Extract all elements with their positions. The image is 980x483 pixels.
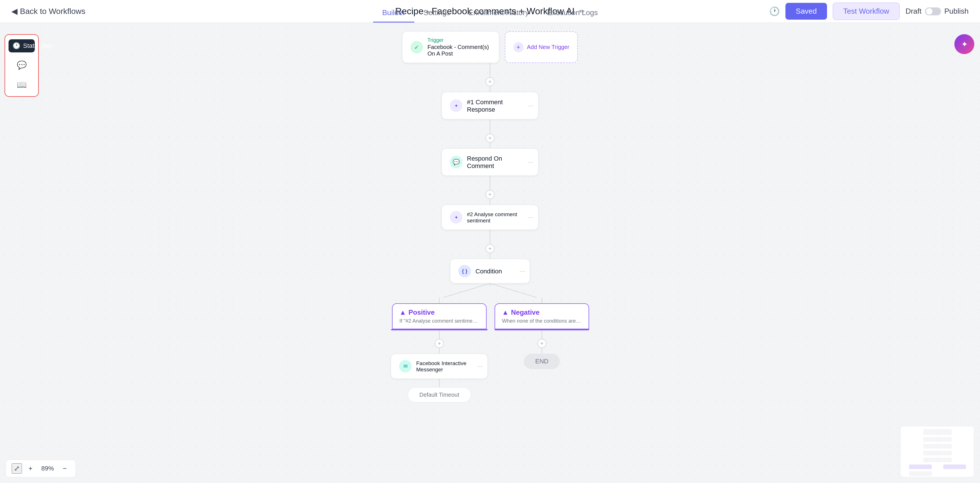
node-menu-4[interactable]: ⋯ [519, 268, 525, 275]
add-node-1[interactable]: + [485, 77, 495, 86]
minimap [900, 426, 974, 477]
add-node-2[interactable]: + [485, 133, 495, 143]
positive-header: ▲ Positive [399, 308, 479, 316]
condition-icon: { } [458, 265, 471, 277]
tab-settings[interactable]: Settings [414, 8, 459, 22]
default-timeout[interactable]: Default Timeout [408, 387, 471, 402]
tab-builder[interactable]: Builder [373, 8, 414, 22]
chat-icon: 💬 [450, 156, 462, 168]
positive-line-bot [439, 330, 439, 339]
back-button[interactable]: ◀ Back to Workflows [11, 6, 86, 16]
node-menu-2[interactable]: ⋯ [528, 159, 534, 165]
svg-line-0 [443, 283, 490, 298]
publish-label: Publish [944, 7, 969, 16]
connector-line-5 [490, 176, 490, 190]
workflow-flow: ✓ Trigger Facebook - Comment(s) On A Pos… [0, 31, 980, 402]
node-menu-5[interactable]: ⋯ [477, 363, 483, 370]
tab-enrollment[interactable]: Enrollment History [459, 8, 538, 22]
sidebar-book[interactable]: 📖 [8, 78, 35, 92]
positive-line-2 [439, 348, 439, 354]
comment-icon: 💬 [17, 60, 27, 70]
messenger-label: Facebook Interactive Messenger [416, 360, 479, 373]
node-comment-response-text: #1 Comment Response [467, 98, 530, 113]
node-menu-1[interactable]: ⋯ [528, 102, 534, 109]
connector-line-4 [490, 143, 490, 148]
plus-icon: + [513, 42, 523, 52]
negative-icon: ▲ [502, 308, 509, 316]
add-trigger-label: Add New Trigger [527, 44, 570, 51]
top-right-controls: 🕐 Saved Test Workflow Draft Publish [769, 3, 969, 20]
svg-line-1 [490, 283, 537, 298]
nav-tabs: Builder Settings Enrollment History Exec… [373, 8, 607, 22]
svg-rect-11 [909, 471, 932, 476]
node-condition-text: Condition [476, 267, 502, 275]
node-respond-label: Respond On Comment [467, 155, 530, 170]
connector-line-6 [490, 199, 490, 205]
negative-desc: When none of the conditions are met [502, 318, 582, 324]
test-workflow-button[interactable]: Test Workflow [833, 3, 900, 20]
negative-label: Negative [511, 308, 539, 316]
node-condition-label: Condition [476, 268, 502, 275]
zoom-in-button[interactable]: + [25, 463, 36, 473]
positive-label: Positive [409, 308, 435, 316]
node-analyse-label: #2 Analyse comment sentiment [467, 211, 530, 224]
negative-header: ▲ Negative [502, 308, 582, 316]
node-comment-response-label: #1 Comment Response [467, 99, 530, 113]
sidebar-stats-view[interactable]: 🕐 Stats View [8, 39, 35, 52]
node-condition[interactable]: { } Condition ⋯ [450, 259, 530, 283]
draft-publish-toggle: Draft Publish [905, 7, 969, 16]
node-analyse-text: #2 Analyse comment sentiment [467, 211, 530, 224]
node-condition-section: { } Condition ⋯ [391, 259, 589, 402]
node-respond-section: 💬 Respond On Comment ⋯ + [442, 148, 538, 205]
positive-desc: If "#2 Analyse comment sentiment - R... [399, 318, 479, 324]
trigger-text: Trigger Facebook - Comment(s) On A Post [428, 37, 491, 57]
connector-line-1 [490, 63, 490, 77]
end-node: END [524, 354, 560, 369]
svg-rect-10 [943, 464, 966, 469]
add-trigger-button[interactable]: + Add New Trigger [505, 31, 578, 63]
left-sidebar: 🕐 Stats View 💬 📖 [5, 34, 39, 97]
positive-icon: ▲ [399, 308, 406, 316]
tab-execution[interactable]: Execution Logs [538, 8, 607, 22]
positive-branch-col: ▲ Positive If "#2 Analyse comment sentim… [391, 298, 488, 402]
stats-icon: 🕐 [13, 42, 20, 49]
top-nav: ◀ Back to Workflows Recipe - Facebook co… [0, 0, 980, 23]
negative-branch-col: ▲ Negative When none of the conditions a… [495, 298, 589, 369]
stats-label: Stats View [23, 42, 53, 49]
branch-connector-svg [396, 283, 584, 298]
expand-button[interactable]: ⤢ [12, 463, 22, 473]
negative-line-top [542, 298, 542, 303]
back-arrow-icon: ◀ [11, 6, 18, 16]
publish-toggle[interactable] [925, 7, 941, 15]
zoom-level: 89% [39, 465, 56, 472]
connector-line-2 [490, 86, 490, 92]
trigger-node[interactable]: ✓ Trigger Facebook - Comment(s) On A Pos… [402, 31, 499, 63]
add-node-4[interactable]: + [485, 244, 495, 253]
node-analyse-sentiment[interactable]: ✦ #2 Analyse comment sentiment ⋯ [442, 205, 538, 230]
node-respond-on-comment[interactable]: 💬 Respond On Comment ⋯ [442, 148, 538, 176]
node-comment-response[interactable]: ✦ #1 Comment Response ⋯ [442, 92, 538, 119]
history-icon[interactable]: 🕐 [769, 6, 780, 16]
positive-branch-card[interactable]: ▲ Positive If "#2 Analyse comment sentim… [392, 303, 487, 329]
book-icon: 📖 [17, 80, 27, 89]
node-menu-3[interactable]: ⋯ [528, 214, 534, 221]
add-node-pos[interactable]: + [435, 339, 444, 348]
connector-line-7 [490, 230, 490, 244]
svg-rect-9 [909, 464, 932, 469]
node-facebook-messenger[interactable]: ✉ Facebook Interactive Messenger ⋯ [391, 354, 488, 379]
negative-line-2 [542, 348, 542, 354]
zoom-out-button[interactable]: − [60, 463, 70, 473]
trigger-icon: ✓ [410, 41, 423, 54]
ai-node-icon-1: ✦ [450, 99, 462, 112]
workflow-canvas[interactable]: 🕐 Stats View 💬 📖 ✦ ✓ Trigger Facebook - … [0, 23, 980, 483]
sidebar-comment[interactable]: 💬 [8, 58, 35, 72]
trigger-row: ✓ Trigger Facebook - Comment(s) On A Pos… [402, 31, 578, 63]
add-node-neg[interactable]: + [537, 339, 546, 348]
saved-button[interactable]: Saved [786, 3, 827, 20]
node-analyse-section: ✦ #2 Analyse comment sentiment ⋯ + [442, 205, 538, 259]
add-node-3[interactable]: + [485, 190, 495, 199]
negative-branch-card[interactable]: ▲ Negative When none of the conditions a… [495, 303, 589, 329]
messenger-text: Facebook Interactive Messenger [416, 360, 479, 373]
connector-line-3 [490, 119, 490, 133]
connector-line-8 [490, 253, 490, 259]
